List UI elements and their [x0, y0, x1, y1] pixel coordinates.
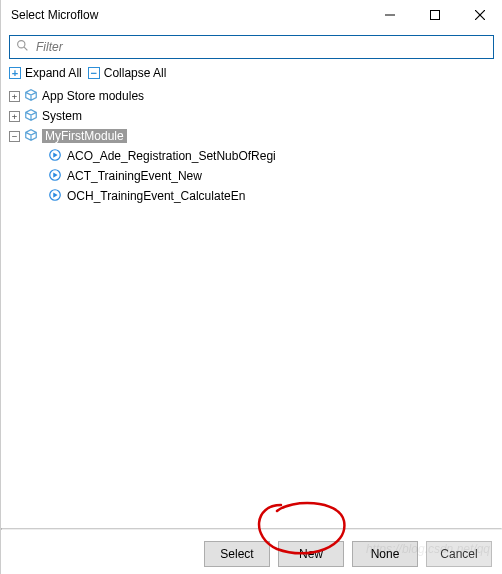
module-label: App Store modules — [42, 89, 144, 103]
close-button[interactable] — [457, 0, 502, 30]
microflow-label: ACT_TrainingEvent_New — [67, 169, 202, 183]
tree-node-module[interactable]: + App Store modules — [9, 86, 494, 106]
expand-all-button[interactable]: + Expand All — [9, 66, 82, 80]
minus-icon: − — [88, 67, 100, 79]
module-label: System — [42, 109, 82, 123]
tree-node-module[interactable]: + System — [9, 106, 494, 126]
module-label-selected: MyFirstModule — [42, 129, 127, 143]
filter-input[interactable] — [34, 39, 487, 55]
collapse-all-button[interactable]: − Collapse All — [88, 66, 167, 80]
maximize-button[interactable] — [412, 0, 457, 30]
module-icon — [24, 128, 38, 145]
module-icon — [24, 108, 38, 125]
minimize-button[interactable] — [367, 0, 412, 30]
microflow-label: ACO_Ade_Registration_SetNubOfRegi — [67, 149, 276, 163]
collapse-all-label: Collapse All — [104, 66, 167, 80]
expand-toggle[interactable]: + — [9, 111, 20, 122]
expand-toolbar: + Expand All − Collapse All — [1, 64, 502, 86]
microflow-icon — [48, 168, 62, 185]
window-title: Select Microflow — [11, 8, 367, 22]
minimize-icon — [385, 10, 395, 20]
svg-rect-4 — [430, 11, 439, 20]
tree-node-microflow[interactable]: ACO_Ade_Registration_SetNubOfRegi — [9, 146, 494, 166]
collapse-toggle[interactable]: − — [9, 131, 20, 142]
filter-box[interactable] — [9, 35, 494, 59]
plus-icon: + — [9, 67, 21, 79]
none-button-label: None — [371, 547, 400, 561]
expand-toggle[interactable]: + — [9, 91, 20, 102]
microflow-label: OCH_TrainingEvent_CalculateEn — [67, 189, 245, 203]
maximize-icon — [430, 10, 440, 20]
cancel-button-label: Cancel — [440, 547, 477, 561]
tree-node-module[interactable]: − MyFirstModule — [9, 126, 494, 146]
select-button-label: Select — [220, 547, 253, 561]
expand-all-label: Expand All — [25, 66, 82, 80]
new-button-label: New — [299, 547, 323, 561]
title-bar: Select Microflow — [1, 0, 502, 30]
cancel-button[interactable]: Cancel — [426, 541, 492, 567]
tree-node-microflow[interactable]: ACT_TrainingEvent_New — [9, 166, 494, 186]
tree: + App Store modules + System − MyFirstMo… — [1, 86, 502, 528]
button-bar: Select New None Cancel — [1, 530, 502, 574]
new-button[interactable]: New — [278, 541, 344, 567]
select-button[interactable]: Select — [204, 541, 270, 567]
module-icon — [24, 88, 38, 105]
none-button[interactable]: None — [352, 541, 418, 567]
microflow-icon — [48, 188, 62, 205]
microflow-icon — [48, 148, 62, 165]
filter-wrap — [1, 30, 502, 64]
tree-node-microflow[interactable]: OCH_TrainingEvent_CalculateEn — [9, 186, 494, 206]
close-icon — [475, 10, 485, 20]
search-icon — [16, 39, 29, 55]
